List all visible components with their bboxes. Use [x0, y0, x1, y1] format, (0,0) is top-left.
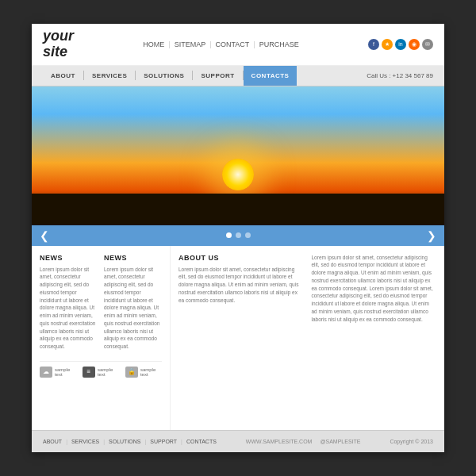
- news-col-2: NEWS Lorem ipsum dolor sit amet, consect…: [104, 254, 162, 357]
- document-icon: ≡: [83, 367, 95, 378]
- cloud-icon: ☁: [40, 367, 52, 378]
- news-title-1: NEWS: [40, 254, 98, 262]
- about-text-1: Lorem ipsum dolor sit amet, consectetur …: [178, 266, 304, 305]
- main-content: NEWS Lorem ipsum dolor sit amet, consect…: [32, 246, 444, 430]
- website-mockup: your site HOME | SITEMAP | CONTACT | PUR…: [32, 24, 444, 452]
- lock-icon: 🔒: [125, 367, 138, 378]
- nav-services[interactable]: SERVICES: [84, 66, 135, 86]
- news-columns: NEWS Lorem ipsum dolor sit amet, consect…: [40, 254, 162, 357]
- icon-item-2: ≡ sample text: [83, 367, 119, 378]
- footer-about[interactable]: ABOUT: [43, 439, 62, 444]
- slider-dots: [226, 232, 251, 238]
- dot-2[interactable]: [236, 232, 241, 238]
- footer: ABOUT | SERVICES | SOLUTIONS | SUPPORT |…: [32, 430, 444, 452]
- news-text-2: Lorem ipsum dolor sit amet, consectetur …: [104, 266, 162, 351]
- news-text-1: Lorem ipsum dolor sit amet, consectetur …: [40, 266, 98, 351]
- hero-image: [32, 86, 444, 225]
- top-nav: HOME | SITEMAP | CONTACT | PURCHASE: [143, 40, 298, 48]
- footer-support[interactable]: SUPPORT: [150, 439, 177, 444]
- dot-3[interactable]: [245, 232, 251, 238]
- icon-item-3: 🔒 sample text: [125, 367, 162, 378]
- nav-contact[interactable]: CONTACT: [216, 40, 250, 48]
- icon-label-3: sample text: [140, 367, 162, 377]
- next-arrow[interactable]: ❯: [427, 229, 436, 242]
- main-nav-bar: ABOUT SERVICES SOLUTIONS SUPPORT CONTACT…: [32, 66, 444, 86]
- footer-nav: ABOUT | SERVICES | SOLUTIONS | SUPPORT |…: [43, 439, 217, 444]
- news-title-2: NEWS: [104, 254, 162, 262]
- slider-bar: ❮ ❯: [32, 225, 444, 246]
- news-col-1: NEWS Lorem ipsum dolor sit amet, consect…: [40, 254, 98, 357]
- news-section: NEWS Lorem ipsum dolor sit amet, consect…: [32, 246, 171, 430]
- facebook-icon[interactable]: f: [368, 39, 379, 50]
- sun-graphic: [222, 159, 254, 190]
- icon-label-2: sample text: [98, 367, 119, 377]
- logo-line2: site: [43, 44, 74, 60]
- call-us: Call Us : +12 34 567 89: [367, 72, 433, 79]
- logo-line1: your: [43, 29, 74, 44]
- footer-website: WWW.SAMPLESITE.COM: [246, 439, 313, 444]
- about-section: ABOUT US Lorem ipsum dolor sit amet, con…: [171, 246, 444, 430]
- nav-support[interactable]: SUPPORT: [193, 66, 242, 86]
- footer-copyright: Copyright © 2013: [390, 439, 433, 444]
- nav-purchase[interactable]: PURCHASE: [259, 40, 299, 48]
- top-bar: your site HOME | SITEMAP | CONTACT | PUR…: [32, 24, 444, 66]
- footer-solutions[interactable]: SOLUTIONS: [109, 439, 140, 444]
- footer-center: WWW.SAMPLESITE.COM @SAMPLESITE: [246, 439, 361, 444]
- about-text-2: Lorem ipsum dolor sit amet, consectetur …: [312, 254, 437, 324]
- nav-contacts[interactable]: CONTACTS: [244, 66, 298, 86]
- nav-about[interactable]: ABOUT: [43, 66, 83, 86]
- nav-home[interactable]: HOME: [143, 40, 164, 48]
- icon-label-1: sample text: [55, 367, 76, 377]
- icon-row: ☁ sample text ≡ sample text 🔒 sample tex…: [40, 361, 162, 378]
- dot-1[interactable]: [226, 232, 232, 238]
- about-col-2: Lorem ipsum dolor sit amet, consectetur …: [312, 254, 437, 422]
- about-col-1: ABOUT US Lorem ipsum dolor sit amet, con…: [178, 254, 304, 422]
- social-icons: f ★ in ◉ ✉: [368, 39, 433, 50]
- linkedin-icon[interactable]: in: [395, 39, 406, 50]
- footer-social: @SAMPLESITE: [320, 439, 360, 444]
- nav-solutions[interactable]: SOLUTIONS: [136, 66, 192, 86]
- prev-arrow[interactable]: ❮: [40, 229, 49, 242]
- rss-icon[interactable]: ◉: [409, 39, 420, 50]
- nav-sitemap[interactable]: SITEMAP: [175, 40, 206, 48]
- footer-services[interactable]: SERVICES: [71, 439, 99, 444]
- about-title: ABOUT US: [178, 254, 304, 262]
- horizon-trees: [32, 194, 444, 225]
- mail-icon[interactable]: ✉: [422, 39, 433, 50]
- bookmark-icon[interactable]: ★: [382, 39, 393, 50]
- logo: your site: [43, 29, 74, 60]
- icon-item-1: ☁ sample text: [40, 367, 76, 378]
- footer-contacts[interactable]: CONTACTS: [186, 439, 217, 444]
